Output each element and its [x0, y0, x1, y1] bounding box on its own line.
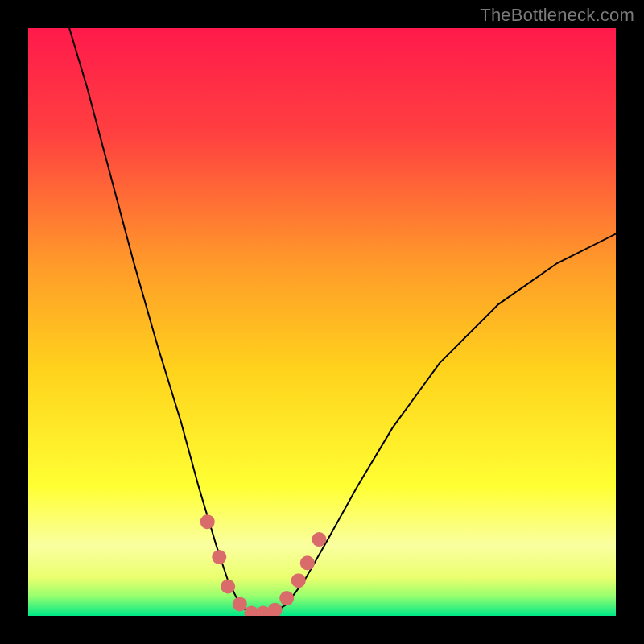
plot-area	[28, 28, 616, 616]
watermark-text: TheBottleneck.com	[480, 5, 634, 26]
outer-frame: TheBottleneck.com	[0, 0, 644, 644]
curve-marker	[233, 597, 247, 611]
curve-marker	[312, 532, 326, 547]
bottleneck-chart	[28, 28, 616, 616]
curve-marker	[291, 573, 306, 588]
curve-marker	[221, 580, 235, 594]
curve-marker	[212, 550, 226, 564]
curve-marker	[200, 514, 215, 529]
curve-marker	[279, 591, 294, 605]
curve-marker	[300, 555, 315, 570]
gradient-background	[28, 28, 616, 616]
